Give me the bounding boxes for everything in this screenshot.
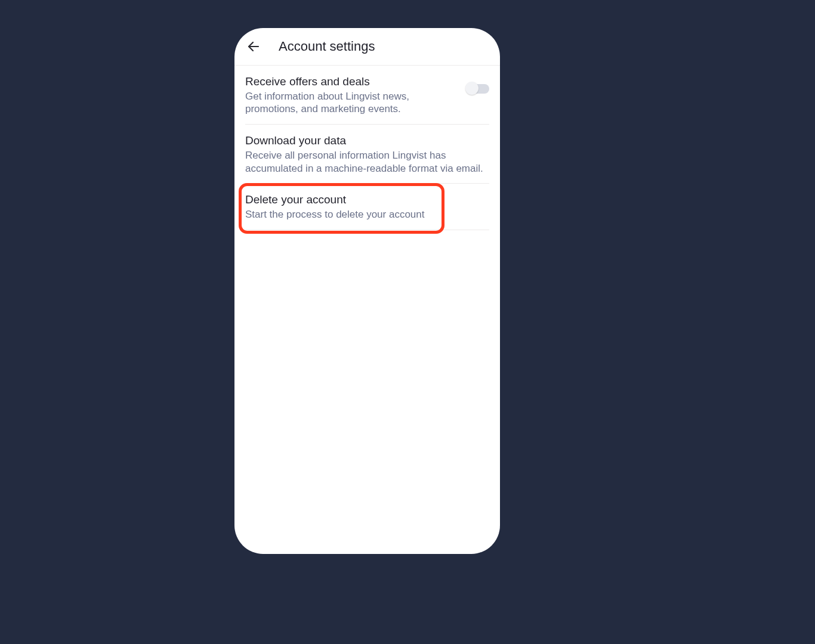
setting-text: Receive offers and deals Get information…	[245, 75, 467, 116]
toggle-knob	[465, 82, 478, 95]
setting-delete-account[interactable]: Delete your account Start the process to…	[245, 184, 489, 230]
page-title: Account settings	[279, 39, 375, 54]
arrow-left-icon	[246, 39, 261, 54]
app-bar: Account settings	[234, 28, 500, 66]
setting-description: Start the process to delete your account	[245, 208, 483, 221]
setting-text: Download your data Receive all personal …	[245, 134, 489, 175]
settings-list: Receive offers and deals Get information…	[234, 66, 500, 230]
setting-title: Delete your account	[245, 193, 483, 208]
setting-download-data[interactable]: Download your data Receive all personal …	[245, 125, 489, 184]
phone-frame: Account settings Receive offers and deal…	[234, 28, 500, 554]
offers-toggle[interactable]	[467, 84, 489, 94]
setting-description: Get information about Lingvist news, pro…	[245, 90, 461, 116]
setting-title: Download your data	[245, 134, 483, 148]
setting-text: Delete your account Start the process to…	[245, 193, 489, 221]
setting-description: Receive all personal information Lingvis…	[245, 149, 483, 175]
setting-receive-offers[interactable]: Receive offers and deals Get information…	[245, 66, 489, 125]
setting-title: Receive offers and deals	[245, 75, 461, 89]
back-button[interactable]	[244, 37, 263, 56]
